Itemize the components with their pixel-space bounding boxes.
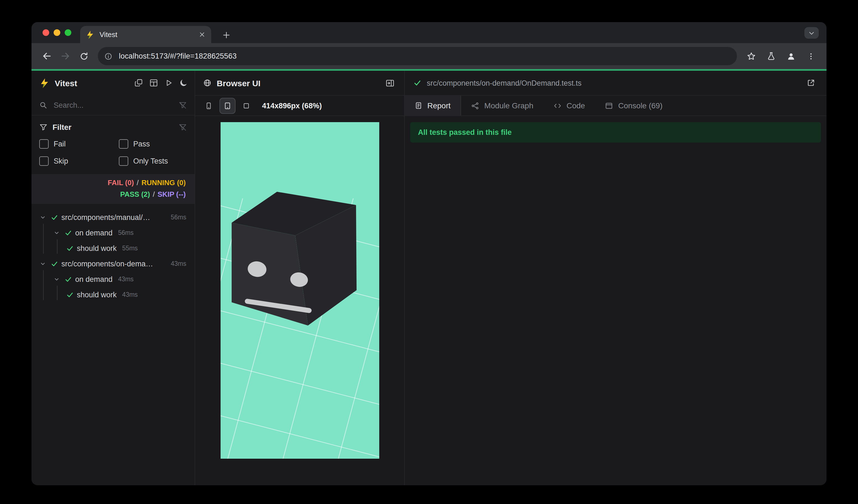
square-viewport-icon[interactable] xyxy=(238,98,254,114)
search-input[interactable] xyxy=(52,100,178,110)
tree-row-file[interactable]: src/components/manual/… 56ms xyxy=(32,209,195,225)
tree-row-test[interactable]: should work 43ms xyxy=(32,287,195,302)
new-tab-button[interactable] xyxy=(220,28,233,42)
filter-off-icon[interactable] xyxy=(178,123,187,131)
vitest-favicon-icon xyxy=(86,30,95,39)
viewport-toolbar: 414x896px (68%) xyxy=(195,96,404,116)
tab-search-button[interactable] xyxy=(804,27,819,39)
experiments-flask-icon[interactable] xyxy=(761,47,781,65)
banner-text: All tests passed in this file xyxy=(418,128,512,136)
tab-close-icon[interactable] xyxy=(198,31,206,38)
checkbox-icon[interactable] xyxy=(119,157,128,166)
checkbox-icon[interactable] xyxy=(119,139,128,149)
dashboard-icon[interactable] xyxy=(146,76,160,90)
open-external-icon[interactable] xyxy=(804,76,817,90)
address-bar[interactable]: localhost:5173/#/?file=1828625563 xyxy=(98,47,737,65)
tests-passed-banner: All tests passed in this file xyxy=(410,122,821,143)
test-status-summary: FAIL (0)/RUNNING (0) PASS (2)/SKIP (--) xyxy=(32,174,195,204)
phone-viewport-icon[interactable] xyxy=(201,98,217,114)
profile-avatar-icon[interactable] xyxy=(781,47,801,65)
tree-row-test[interactable]: should work 55ms xyxy=(32,240,195,256)
filter-panel: Filter Fail Pass Skip Only Tests xyxy=(32,115,195,174)
menu-kebab-icon[interactable] xyxy=(801,47,821,65)
check-icon xyxy=(65,229,72,236)
tab-label: Console (69) xyxy=(618,101,662,110)
preview-area xyxy=(195,116,404,485)
minimize-window-button[interactable] xyxy=(54,29,60,36)
filter-title: Filter xyxy=(52,123,71,131)
checkbox-only-tests[interactable]: Only Tests xyxy=(119,157,187,166)
vitest-logo-icon xyxy=(39,78,50,88)
viewport-dimensions: 414x896px (68%) xyxy=(262,101,322,110)
search-bar xyxy=(32,95,195,115)
checkbox-label: Skip xyxy=(54,157,68,165)
tree-item-duration: 43ms xyxy=(171,260,186,267)
checkbox-label: Fail xyxy=(54,140,66,148)
fail-count: FAIL (0) xyxy=(108,179,134,187)
checkbox-pass[interactable]: Pass xyxy=(119,139,187,149)
tree-item-duration: 43ms xyxy=(122,291,138,298)
checkbox-skip[interactable]: Skip xyxy=(39,157,119,166)
browser-tab[interactable]: Vitest xyxy=(80,26,211,43)
tree-guide xyxy=(43,270,44,300)
check-icon xyxy=(51,260,58,267)
tree-item-duration: 43ms xyxy=(118,276,133,282)
zoom-window-button[interactable] xyxy=(65,29,71,36)
check-icon xyxy=(65,276,72,283)
run-all-play-icon[interactable] xyxy=(161,76,175,90)
chevron-down-icon[interactable] xyxy=(54,230,61,236)
tree-row-suite[interactable]: on demand 43ms xyxy=(32,271,195,287)
tree-row-file[interactable]: src/components/on-dema… 43ms xyxy=(32,256,195,271)
tree-guide xyxy=(43,224,44,254)
tab-report[interactable]: Report xyxy=(405,96,461,115)
vitest-ui: Vitest xyxy=(32,71,826,485)
browser-ui-title: Browser UI xyxy=(217,78,260,87)
report-tabs: Report Module Graph Code xyxy=(405,96,826,116)
browser-window: Vitest localhost:5173/#/?file=1828625563 xyxy=(32,22,826,485)
chevron-down-icon[interactable] xyxy=(40,214,48,220)
reload-button[interactable] xyxy=(75,47,93,65)
globe-icon xyxy=(203,79,212,87)
checkbox-label: Pass xyxy=(133,140,150,148)
filter-options: Fail Pass Skip Only Tests xyxy=(39,139,187,166)
browser-preview-canvas[interactable] xyxy=(220,122,379,459)
tab-module-graph[interactable]: Module Graph xyxy=(461,96,543,115)
search-icon xyxy=(39,101,48,109)
code-icon xyxy=(553,101,562,110)
tab-console[interactable]: Console (69) xyxy=(595,96,672,115)
back-arrow-icon xyxy=(41,51,52,61)
sidebar: Vitest xyxy=(32,71,195,485)
module-graph-icon xyxy=(471,101,479,110)
checkbox-fail[interactable]: Fail xyxy=(39,139,119,149)
back-button[interactable] xyxy=(37,47,56,65)
tablet-viewport-icon[interactable] xyxy=(220,98,236,114)
url-text: localhost:5173/#/?file=1828625563 xyxy=(119,52,237,60)
collapse-tests-icon[interactable] xyxy=(131,76,145,90)
checkbox-icon[interactable] xyxy=(39,139,49,149)
close-window-button[interactable] xyxy=(43,29,49,36)
dark-mode-moon-icon[interactable] xyxy=(176,76,190,90)
tree-item-label: src/components/on-dema… xyxy=(61,259,171,268)
chevron-down-icon[interactable] xyxy=(54,276,61,282)
forward-button[interactable] xyxy=(56,47,75,65)
tree-row-suite[interactable]: on demand 56ms xyxy=(32,225,195,240)
tree-item-label: on demand xyxy=(75,275,112,283)
bookmark-star-icon[interactable] xyxy=(741,47,761,65)
separator: / xyxy=(153,190,155,198)
test-file-path: src/components/on-demand/OnDemand.test.t… xyxy=(427,79,582,87)
chevron-down-icon xyxy=(808,30,815,36)
reload-icon xyxy=(79,51,89,61)
check-icon xyxy=(414,79,421,87)
robot-cube-3d xyxy=(232,192,356,325)
panel-expand-icon[interactable] xyxy=(383,76,396,90)
checkbox-icon[interactable] xyxy=(39,157,49,166)
tree-item-duration: 56ms xyxy=(171,214,186,221)
report-header: src/components/on-demand/OnDemand.test.t… xyxy=(405,71,826,96)
clear-filter-icon[interactable] xyxy=(178,101,187,109)
tree-guide xyxy=(57,239,58,254)
separator: / xyxy=(137,179,139,187)
tab-code[interactable]: Code xyxy=(543,96,595,115)
site-info-icon[interactable] xyxy=(101,49,115,63)
tree-guide xyxy=(57,286,58,300)
chevron-down-icon[interactable] xyxy=(40,261,48,267)
